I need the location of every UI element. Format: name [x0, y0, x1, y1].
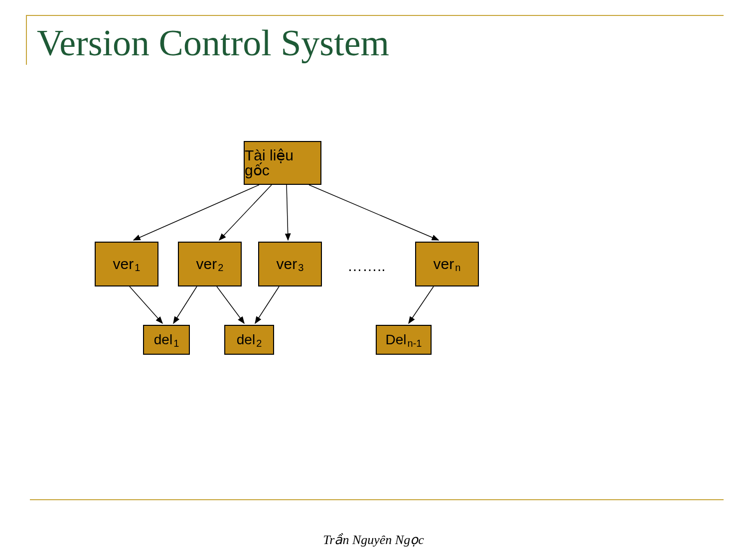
diagram-version-base: ver — [277, 257, 298, 272]
diagram-delta-base: del — [237, 333, 255, 347]
diagram-version-sub: 1 — [135, 263, 140, 273]
svg-line-1 — [134, 185, 259, 240]
diagram-version-box: ver 3 — [258, 242, 322, 286]
frame-bottom-rule — [30, 499, 724, 500]
frame-top-rule — [26, 15, 724, 16]
diagram-delta-base: Del — [386, 333, 407, 347]
diagram-version-sub: n — [455, 263, 460, 273]
diagram-version-sub: 2 — [218, 263, 223, 273]
diagram-delta-box: del 2 — [224, 325, 274, 355]
svg-line-2 — [219, 185, 272, 240]
diagram-delta-base: del — [154, 333, 172, 347]
diagram-ellipsis: …….. — [347, 258, 386, 275]
diagram-version-box: ver 1 — [95, 242, 158, 286]
diagram-root-label: Tài liệu gốc — [245, 148, 320, 178]
frame-left-rule — [26, 15, 27, 65]
svg-line-9 — [409, 286, 434, 323]
svg-line-8 — [255, 286, 279, 323]
diagram-version-box: ver 2 — [178, 242, 242, 286]
slide-title: Version Control System — [37, 22, 389, 64]
svg-line-6 — [173, 286, 197, 323]
diagram-delta-box: Del n-1 — [376, 325, 432, 355]
svg-line-5 — [130, 286, 162, 323]
svg-line-4 — [309, 185, 439, 240]
diagram-version-sub: 3 — [298, 263, 303, 273]
svg-line-3 — [287, 185, 288, 240]
svg-line-7 — [217, 286, 244, 323]
diagram-delta-sub: 2 — [256, 338, 262, 348]
diagram-version-box: ver n — [415, 242, 479, 286]
slide-footer: Trần Nguyên Ngọc — [0, 532, 747, 548]
diagram-version-base: ver — [113, 257, 134, 272]
diagram-delta-box: del 1 — [143, 325, 190, 355]
diagram-version-base: ver — [196, 257, 217, 272]
diagram-version-base: ver — [434, 257, 454, 272]
diagram-delta-sub: 1 — [173, 338, 179, 348]
diagram-root-box: Tài liệu gốc — [244, 141, 321, 185]
diagram-delta-sub: n-1 — [408, 338, 422, 348]
